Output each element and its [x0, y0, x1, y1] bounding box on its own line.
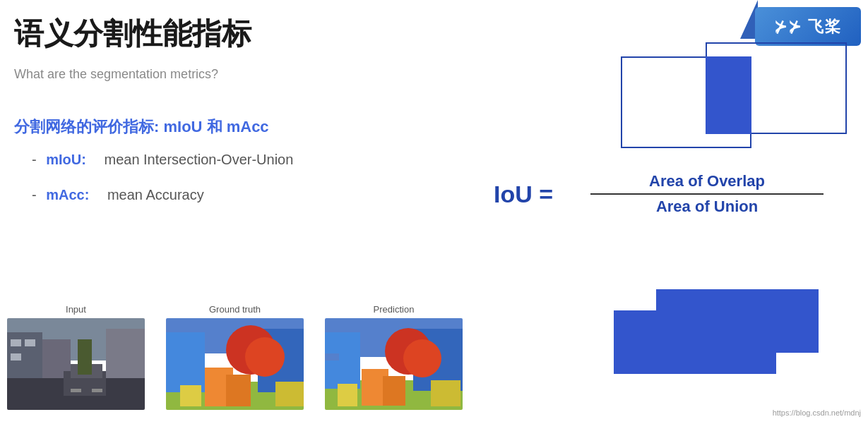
- page-subtitle: What are the segmentation metrics?: [14, 67, 218, 82]
- input-image-container: Input: [7, 304, 145, 410]
- macc-item: - mAcc: mean Accuracy: [32, 187, 204, 203]
- rectangle-diagram: [621, 42, 847, 169]
- gt-image: [166, 318, 304, 410]
- union-diagram: [614, 289, 840, 409]
- input-label: Input: [66, 304, 86, 315]
- macc-desc: mean Accuracy: [107, 187, 204, 202]
- iou-section: IoU = Area of Overlap Area of Union: [494, 42, 847, 409]
- pred-label: Prediction: [374, 304, 415, 315]
- iou-fraction: Area of Overlap Area of Union: [567, 169, 847, 219]
- input-image: [7, 318, 145, 410]
- union-rect-2: [656, 289, 819, 353]
- logo-text: ⊁⊁ 飞桨: [774, 16, 842, 37]
- images-section: Input Ground truth Prediction: [7, 304, 463, 410]
- macc-dash: -: [32, 187, 37, 202]
- iou-formula-label: IoU =: [494, 181, 553, 208]
- page-title: 语义分割性能指标: [14, 14, 251, 54]
- metrics-title: 分割网络的评价指标: mIoU 和 mAcc: [14, 116, 269, 138]
- pred-image: [325, 318, 463, 410]
- fraction-denominator: Area of Union: [656, 195, 758, 219]
- gt-image-container: Ground truth: [166, 304, 304, 410]
- pred-image-container: Prediction: [325, 304, 463, 410]
- logo-area: ⊁⊁ 飞桨: [755, 7, 861, 46]
- miou-label: mIoU:: [46, 152, 86, 167]
- metrics-intro: 分割网络的评价指标:: [14, 118, 163, 135]
- iou-formula: IoU = Area of Overlap Area of Union: [494, 169, 847, 219]
- miou-desc: mean Intersection-Over-Union: [104, 152, 293, 167]
- miou-dash: -: [32, 152, 37, 167]
- metrics-highlight: mIoU 和 mAcc: [163, 118, 268, 135]
- gt-label: Ground truth: [209, 304, 261, 315]
- miou-item: - mIoU: mean Intersection-Over-Union: [32, 152, 293, 168]
- fraction-numerator: Area of Overlap: [649, 169, 765, 193]
- rect-overlap-filled: [706, 56, 751, 134]
- url-text: https://blog.csdn.net/mdnj: [773, 408, 861, 417]
- macc-label: mAcc:: [46, 187, 89, 202]
